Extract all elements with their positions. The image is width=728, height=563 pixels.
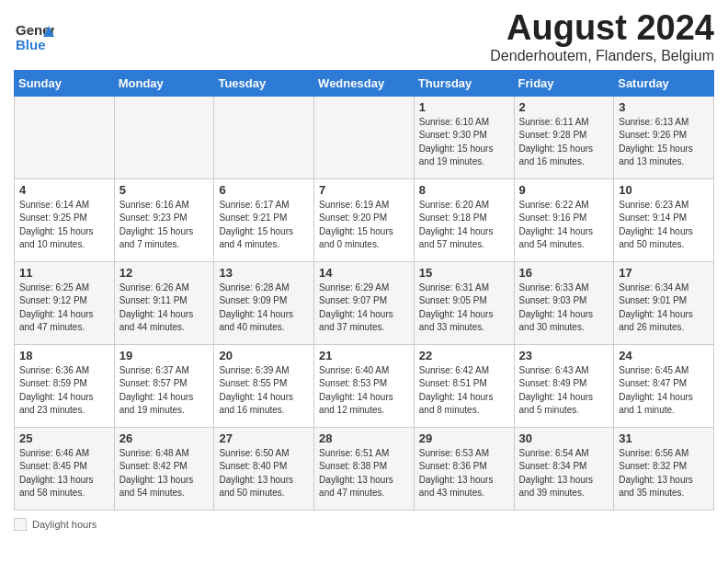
day-number: 17: [619, 266, 709, 280]
day-number: 21: [319, 349, 409, 362]
month-year: August 2024: [490, 9, 714, 48]
cell-info: Sunrise: 6:54 AM Sunset: 8:34 PM Dayligh…: [519, 447, 609, 500]
logo: General Blue: [14, 17, 58, 57]
calendar-cell: 23Sunrise: 6:43 AM Sunset: 8:49 PM Dayli…: [514, 344, 614, 427]
calendar-cell: 8Sunrise: 6:20 AM Sunset: 9:18 PM Daylig…: [414, 178, 514, 261]
weekday-header: Sunday: [15, 70, 115, 96]
calendar-cell: 24Sunrise: 6:45 AM Sunset: 8:47 PM Dayli…: [614, 344, 714, 427]
calendar-cell: 11Sunrise: 6:25 AM Sunset: 9:12 PM Dayli…: [15, 261, 115, 344]
cell-info: Sunrise: 6:48 AM Sunset: 8:42 PM Dayligh…: [119, 447, 210, 500]
calendar-cell: 16Sunrise: 6:33 AM Sunset: 9:03 PM Dayli…: [514, 261, 614, 344]
cell-info: Sunrise: 6:40 AM Sunset: 8:53 PM Dayligh…: [319, 364, 409, 418]
weekday-header: Tuesday: [214, 70, 314, 96]
calendar-cell: [114, 96, 214, 178]
cell-info: Sunrise: 6:17 AM Sunset: 9:21 PM Dayligh…: [219, 199, 309, 252]
calendar-cell: 7Sunrise: 6:19 AM Sunset: 9:20 PM Daylig…: [314, 178, 415, 261]
cell-info: Sunrise: 6:14 AM Sunset: 9:25 PM Dayligh…: [19, 199, 109, 252]
calendar-cell: [214, 96, 314, 178]
day-number: 5: [119, 183, 210, 197]
calendar-cell: 25Sunrise: 6:46 AM Sunset: 8:45 PM Dayli…: [15, 427, 115, 510]
calendar-cell: 27Sunrise: 6:50 AM Sunset: 8:40 PM Dayli…: [214, 427, 314, 510]
calendar-cell: 26Sunrise: 6:48 AM Sunset: 8:42 PM Dayli…: [114, 427, 214, 510]
weekday-header: Wednesday: [314, 70, 415, 96]
title-area: August 2024 Denderhoutem, Flanders, Belg…: [490, 9, 714, 64]
cell-info: Sunrise: 6:29 AM Sunset: 9:07 PM Dayligh…: [319, 282, 409, 335]
cell-info: Sunrise: 6:10 AM Sunset: 9:30 PM Dayligh…: [419, 116, 509, 169]
day-number: 26: [119, 431, 210, 445]
day-number: 27: [219, 431, 309, 445]
logo-icon: General Blue: [14, 17, 54, 57]
footer-note: Daylight hours: [14, 518, 714, 531]
day-number: 23: [519, 349, 609, 362]
cell-info: Sunrise: 6:34 AM Sunset: 9:01 PM Dayligh…: [619, 282, 709, 335]
day-number: 22: [419, 349, 509, 362]
location: Denderhoutem, Flanders, Belgium: [490, 48, 714, 64]
calendar-cell: 29Sunrise: 6:53 AM Sunset: 8:36 PM Dayli…: [414, 427, 514, 510]
day-number: 6: [219, 183, 309, 197]
cell-info: Sunrise: 6:13 AM Sunset: 9:26 PM Dayligh…: [619, 116, 709, 169]
cell-info: Sunrise: 6:20 AM Sunset: 9:18 PM Dayligh…: [419, 199, 509, 252]
daylight-box: [14, 518, 27, 531]
cell-info: Sunrise: 6:51 AM Sunset: 8:38 PM Dayligh…: [319, 447, 409, 500]
cell-info: Sunrise: 6:36 AM Sunset: 8:59 PM Dayligh…: [19, 364, 109, 418]
day-number: 10: [619, 183, 709, 197]
day-number: 2: [519, 100, 609, 114]
day-number: 3: [619, 100, 709, 114]
cell-info: Sunrise: 6:31 AM Sunset: 9:05 PM Dayligh…: [419, 282, 509, 335]
calendar-cell: 20Sunrise: 6:39 AM Sunset: 8:55 PM Dayli…: [214, 344, 314, 427]
calendar-cell: 1Sunrise: 6:10 AM Sunset: 9:30 PM Daylig…: [414, 96, 514, 178]
calendar-cell: 22Sunrise: 6:42 AM Sunset: 8:51 PM Dayli…: [414, 344, 514, 427]
cell-info: Sunrise: 6:33 AM Sunset: 9:03 PM Dayligh…: [519, 282, 609, 335]
day-number: 25: [19, 431, 109, 445]
calendar-cell: 18Sunrise: 6:36 AM Sunset: 8:59 PM Dayli…: [15, 344, 115, 427]
day-number: 8: [419, 183, 509, 197]
weekday-header: Saturday: [614, 70, 714, 96]
cell-info: Sunrise: 6:26 AM Sunset: 9:11 PM Dayligh…: [119, 282, 210, 335]
day-number: 11: [19, 266, 109, 280]
weekday-header: Thursday: [414, 70, 514, 96]
calendar-cell: 4Sunrise: 6:14 AM Sunset: 9:25 PM Daylig…: [15, 178, 115, 261]
cell-info: Sunrise: 6:37 AM Sunset: 8:57 PM Dayligh…: [119, 364, 210, 418]
cell-info: Sunrise: 6:46 AM Sunset: 8:45 PM Dayligh…: [19, 447, 109, 500]
calendar-cell: 5Sunrise: 6:16 AM Sunset: 9:23 PM Daylig…: [114, 178, 214, 261]
weekday-header: Friday: [514, 70, 614, 96]
day-number: 1: [419, 100, 509, 114]
day-number: 28: [319, 431, 409, 445]
cell-info: Sunrise: 6:45 AM Sunset: 8:47 PM Dayligh…: [619, 364, 709, 418]
day-number: 30: [519, 431, 609, 445]
calendar-cell: 17Sunrise: 6:34 AM Sunset: 9:01 PM Dayli…: [614, 261, 714, 344]
day-number: 14: [319, 266, 409, 280]
calendar-cell: 2Sunrise: 6:11 AM Sunset: 9:28 PM Daylig…: [514, 96, 614, 178]
calendar-cell: 31Sunrise: 6:56 AM Sunset: 8:32 PM Dayli…: [614, 427, 714, 510]
day-number: 4: [19, 183, 109, 197]
calendar-cell: 3Sunrise: 6:13 AM Sunset: 9:26 PM Daylig…: [614, 96, 714, 178]
calendar-cell: 6Sunrise: 6:17 AM Sunset: 9:21 PM Daylig…: [214, 178, 314, 261]
day-number: 24: [619, 349, 709, 362]
day-number: 13: [219, 266, 309, 280]
calendar-cell: 21Sunrise: 6:40 AM Sunset: 8:53 PM Dayli…: [314, 344, 415, 427]
weekday-header: Monday: [114, 70, 214, 96]
calendar-cell: 28Sunrise: 6:51 AM Sunset: 8:38 PM Dayli…: [314, 427, 415, 510]
calendar-cell: 30Sunrise: 6:54 AM Sunset: 8:34 PM Dayli…: [514, 427, 614, 510]
calendar-cell: 13Sunrise: 6:28 AM Sunset: 9:09 PM Dayli…: [214, 261, 314, 344]
calendar-cell: 15Sunrise: 6:31 AM Sunset: 9:05 PM Dayli…: [414, 261, 514, 344]
cell-info: Sunrise: 6:23 AM Sunset: 9:14 PM Dayligh…: [619, 199, 709, 252]
cell-info: Sunrise: 6:19 AM Sunset: 9:20 PM Dayligh…: [319, 199, 409, 252]
calendar-table: SundayMondayTuesdayWednesdayThursdayFrid…: [14, 70, 714, 511]
cell-info: Sunrise: 6:50 AM Sunset: 8:40 PM Dayligh…: [219, 447, 309, 500]
svg-text:Blue: Blue: [16, 37, 46, 52]
cell-info: Sunrise: 6:28 AM Sunset: 9:09 PM Dayligh…: [219, 282, 309, 335]
day-number: 9: [519, 183, 609, 197]
day-number: 20: [219, 349, 309, 362]
daylight-label: Daylight hours: [32, 519, 97, 530]
cell-info: Sunrise: 6:53 AM Sunset: 8:36 PM Dayligh…: [419, 447, 509, 500]
cell-info: Sunrise: 6:42 AM Sunset: 8:51 PM Dayligh…: [419, 364, 509, 418]
cell-info: Sunrise: 6:22 AM Sunset: 9:16 PM Dayligh…: [519, 199, 609, 252]
day-number: 16: [519, 266, 609, 280]
cell-info: Sunrise: 6:11 AM Sunset: 9:28 PM Dayligh…: [519, 116, 609, 169]
calendar-cell: [15, 96, 115, 178]
cell-info: Sunrise: 6:39 AM Sunset: 8:55 PM Dayligh…: [219, 364, 309, 418]
day-number: 29: [419, 431, 509, 445]
day-number: 7: [319, 183, 409, 197]
day-number: 31: [619, 431, 709, 445]
